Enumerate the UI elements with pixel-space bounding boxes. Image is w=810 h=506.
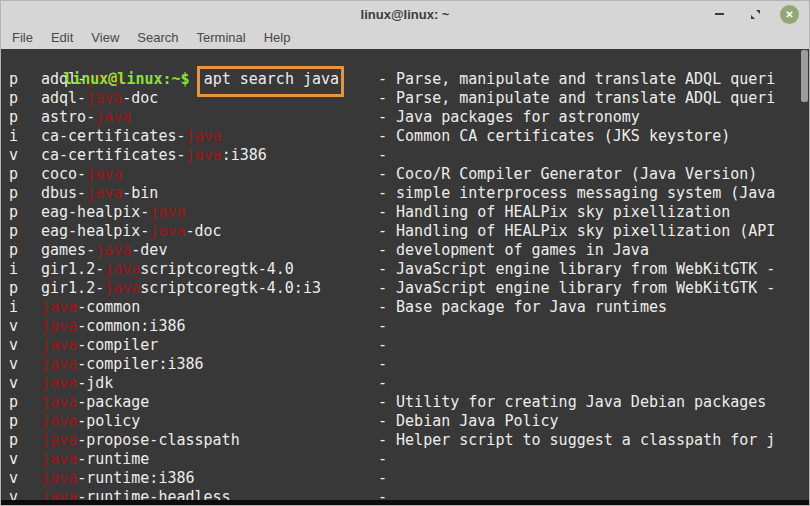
close-button[interactable]: ✕ — [780, 5, 799, 24]
package-row: v java-compiler:i386 - — [9, 355, 809, 374]
terminal-window: linux@linux: ~ ✕ File Edit View Search T… — [0, 0, 810, 506]
menu-edit[interactable]: Edit — [42, 27, 82, 49]
package-description: - Utility for creating Java Debian packa… — [378, 393, 766, 412]
package-name: java-package — [41, 393, 378, 412]
package-state-flag: v — [9, 374, 41, 393]
package-row: p java-package - Utility for creating Ja… — [9, 393, 809, 412]
package-description: - JavaScript engine library from WebKitG… — [378, 279, 775, 298]
package-name: adql-java-doc — [41, 89, 378, 108]
package-name: java-policy — [41, 412, 378, 431]
package-row: v java-runtime - — [9, 450, 809, 469]
package-state-flag: v — [9, 146, 41, 165]
package-name: dbus-java-bin — [41, 184, 378, 203]
package-name: gir1.2-javascriptcoregtk-4.0:i3 — [41, 279, 378, 298]
menu-file[interactable]: File — [3, 27, 42, 49]
menu-help[interactable]: Help — [255, 27, 300, 49]
package-description: - — [378, 355, 387, 374]
menu-search[interactable]: Search — [128, 27, 187, 49]
window-bottom-edge — [1, 500, 809, 505]
package-state-flag: p — [9, 108, 41, 127]
restore-button[interactable] — [744, 3, 766, 25]
package-name: java-propose-classpath — [41, 431, 378, 450]
package-name: eag-healpix-java — [41, 203, 378, 222]
package-description: - — [378, 146, 387, 165]
package-state-flag: p — [9, 203, 41, 222]
package-name: java-runtime-headless — [41, 488, 378, 500]
package-description: - — [378, 469, 387, 488]
package-row: v java-runtime:i386 - — [9, 469, 809, 488]
package-description: - — [378, 336, 387, 355]
package-row: i gir1.2-javascriptcoregtk-4.0 - JavaScr… — [9, 260, 809, 279]
restore-icon — [750, 9, 761, 20]
menu-terminal[interactable]: Terminal — [188, 27, 255, 49]
package-description: - development of games in Java — [378, 241, 649, 260]
package-description: - Handling of HEALPix sky pixellization — [378, 203, 730, 222]
package-description: - simple interprocess messaging system (… — [378, 184, 775, 203]
package-state-flag: v — [9, 355, 41, 374]
package-description: - Common CA certificates (JKS keystore) — [378, 127, 730, 146]
shell-prompt: linux@linux:~$ — [63, 70, 189, 88]
package-state-flag: v — [9, 450, 41, 469]
package-name: java-runtime — [41, 450, 378, 469]
package-row: p coco-java - Coco/R Compiler Generator … — [9, 165, 809, 184]
package-row: i ca-certificates-java - Common CA certi… — [9, 127, 809, 146]
package-name: java-common — [41, 298, 378, 317]
package-row: v java-runtime-headless - — [9, 488, 809, 500]
package-name: java-jdk — [41, 374, 378, 393]
titlebar: linux@linux: ~ ✕ — [1, 1, 809, 27]
prompt-line: linux@linux:~$apt search java — [9, 51, 809, 70]
package-name: java-runtime:i386 — [41, 469, 378, 488]
close-icon: ✕ — [785, 9, 793, 20]
package-row: p games-java-dev - development of games … — [9, 241, 809, 260]
package-row: p java-policy - Debian Java Policy — [9, 412, 809, 431]
package-row: v java-common:i386 - — [9, 317, 809, 336]
package-row: i java-common - Base package for Java ru… — [9, 298, 809, 317]
window-title: linux@linux: ~ — [1, 7, 809, 22]
package-name: games-java-dev — [41, 241, 378, 260]
terminal-content[interactable]: linux@linux:~$apt search java p adql-jav… — [1, 49, 809, 500]
package-state-flag: v — [9, 336, 41, 355]
package-name: java-common:i386 — [41, 317, 378, 336]
package-description: - Helper script to suggest a classpath f… — [378, 431, 775, 450]
package-state-flag: i — [9, 298, 41, 317]
minimize-icon — [715, 13, 724, 15]
package-state-flag: p — [9, 222, 41, 241]
package-description: - Parse, manipulate and translate ADQL q… — [378, 70, 775, 89]
package-state-flag: p — [9, 279, 41, 298]
menu-view[interactable]: View — [82, 27, 128, 49]
package-description: - — [378, 374, 387, 393]
package-row: p adql-java-doc - Parse, manipulate and … — [9, 89, 809, 108]
package-state-flag: i — [9, 260, 41, 279]
package-row: v java-jdk - — [9, 374, 809, 393]
package-row: p eag-healpix-java-doc - Handling of HEA… — [9, 222, 809, 241]
package-name: eag-healpix-java-doc — [41, 222, 378, 241]
package-description: - Handling of HEALPix sky pixellization … — [378, 222, 775, 241]
package-row: p dbus-java-bin - simple interprocess me… — [9, 184, 809, 203]
package-state-flag: p — [9, 431, 41, 450]
package-name: ca-certificates-java:i386 — [41, 146, 378, 165]
package-description: - Coco/R Compiler Generator (Java Versio… — [378, 165, 757, 184]
package-row: p eag-healpix-java - Handling of HEALPix… — [9, 203, 809, 222]
package-name: gir1.2-javascriptcoregtk-4.0 — [41, 260, 378, 279]
package-state-flag: v — [9, 317, 41, 336]
package-description: - — [378, 450, 387, 469]
package-state-flag: i — [9, 127, 41, 146]
package-state-flag: p — [9, 241, 41, 260]
package-row: p astro-java - Java packages for astrono… — [9, 108, 809, 127]
package-state-flag: v — [9, 488, 41, 500]
package-state-flag: p — [9, 165, 41, 184]
package-description: - — [378, 488, 387, 500]
package-row: p gir1.2-javascriptcoregtk-4.0:i3 - Java… — [9, 279, 809, 298]
package-row: p java-propose-classpath - Helper script… — [9, 431, 809, 450]
package-state-flag: p — [9, 393, 41, 412]
package-name: java-compiler — [41, 336, 378, 355]
command-annotation-box: apt search java — [200, 70, 343, 89]
package-name: astro-java — [41, 108, 378, 127]
minimize-button[interactable] — [708, 3, 730, 25]
package-list: p adql-java - Parse, manipulate and tran… — [9, 70, 809, 500]
package-row: v ca-certificates-java:i386 - — [9, 146, 809, 165]
command-text: apt search java — [204, 70, 339, 88]
package-state-flag: p — [9, 184, 41, 203]
package-name: java-compiler:i386 — [41, 355, 378, 374]
package-description: - — [378, 317, 387, 336]
